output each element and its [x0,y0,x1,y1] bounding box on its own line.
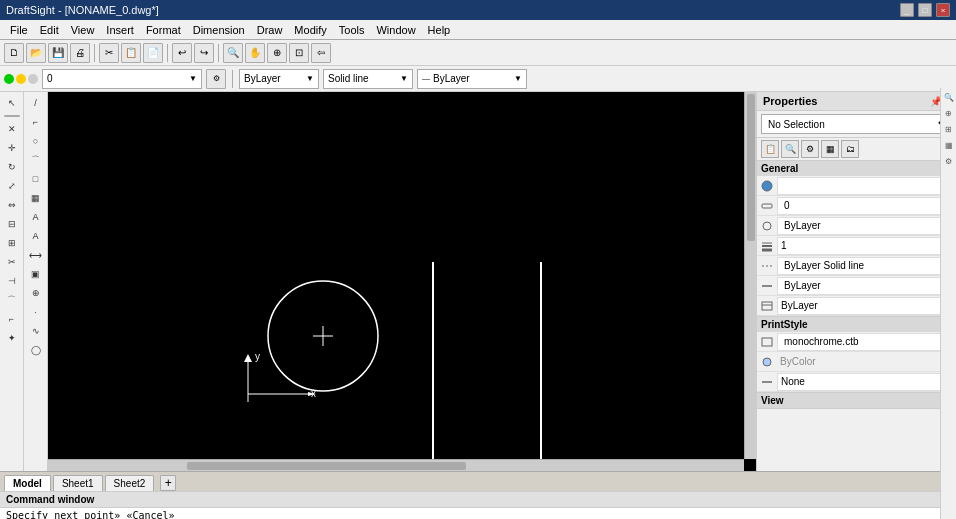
canvas-scrollbar-v[interactable] [744,92,756,459]
select-button[interactable]: ↖ [3,94,21,112]
paste-button[interactable]: 📄 [143,43,163,63]
command-content[interactable]: Specify next point» «Cancel» .: _MAINSEL… [0,508,956,519]
redo-button[interactable]: ↪ [194,43,214,63]
copy-button[interactable]: 📋 [121,43,141,63]
drawing-canvas[interactable]: x y [48,92,756,471]
mtext-button[interactable]: A [27,227,45,245]
new-button[interactable]: 🗋 [4,43,24,63]
print-table-value[interactable]: monochrome.ctb [777,333,956,351]
lineweight-row-value[interactable] [777,237,956,255]
explode-button[interactable]: ✦ [3,329,21,347]
undo-button[interactable]: ↩ [172,43,192,63]
menu-dimension[interactable]: Dimension [187,20,251,39]
move-button[interactable]: ✛ [3,139,21,157]
menu-tools[interactable]: Tools [333,20,371,39]
scrollbar-v-thumb[interactable] [747,94,755,241]
save-button[interactable]: 💾 [48,43,68,63]
add-tab-button[interactable]: + [160,475,176,491]
printstyle-section-header[interactable]: PrintStyle ▲ [757,317,956,332]
selection-dropdown[interactable]: No Selection [761,114,952,134]
chamfer-button[interactable]: ⌐ [3,310,21,328]
rect-button[interactable]: □ [27,170,45,188]
linetype-num-value[interactable]: 0 [777,197,956,215]
rt-btn-4[interactable]: ▦ [942,138,956,152]
ellipse-button[interactable]: ◯ [27,341,45,359]
rt-btn-2[interactable]: ⊕ [942,106,956,120]
none-row-value[interactable] [777,373,956,391]
prop-icon-3[interactable]: ⚙ [801,140,819,158]
menu-format[interactable]: Format [140,20,187,39]
arc-button[interactable]: ⌒ [27,151,45,169]
none-input[interactable] [777,373,956,391]
extend-button[interactable]: ⊣ [3,272,21,290]
tab-model[interactable]: Model [4,475,51,491]
rt-btn-3[interactable]: ⊞ [942,122,956,136]
point-button[interactable]: · [27,303,45,321]
zoom-button[interactable]: 🔍 [223,43,243,63]
menu-draw[interactable]: Draw [251,20,289,39]
linetype-dropdown[interactable]: Solid line ▼ [323,69,413,89]
array-button[interactable]: ⊞ [3,234,21,252]
menu-edit[interactable]: Edit [34,20,65,39]
open-button[interactable]: 📂 [26,43,46,63]
dim-button[interactable]: ⟷ [27,246,45,264]
block-button[interactable]: ▣ [27,265,45,283]
linetype-select-value[interactable]: ByLayer Solid line [777,257,956,275]
prop-icon-1[interactable]: 📋 [761,140,779,158]
linetype-select[interactable]: ByLayer Solid line [777,257,956,275]
canvas-scrollbar-h[interactable] [48,459,744,471]
insert-button[interactable]: ⊕ [27,284,45,302]
menu-help[interactable]: Help [422,20,457,39]
hatch-button[interactable]: ▦ [27,189,45,207]
polyline-button[interactable]: ⌐ [27,113,45,131]
zoom-window-button[interactable]: ⊡ [289,43,309,63]
line-button[interactable]: / [27,94,45,112]
layer-dropdown[interactable]: 0 ▼ [42,69,202,89]
pan-button[interactable]: ✋ [245,43,265,63]
minimize-button[interactable]: _ [900,3,914,17]
prop-icon-2[interactable]: 🔍 [781,140,799,158]
window-controls[interactable]: _ □ × [900,3,950,17]
print-button[interactable]: 🖨 [70,43,90,63]
print-table-select[interactable]: monochrome.ctb [777,333,956,351]
menu-modify[interactable]: Modify [288,20,332,39]
layer-select[interactable]: ByLayer [777,217,956,235]
zoom-extents-button[interactable]: ⊕ [267,43,287,63]
tab-sheet2[interactable]: Sheet2 [105,475,155,491]
rt-btn-5[interactable]: ⚙ [942,154,956,168]
menu-insert[interactable]: Insert [100,20,140,39]
tab-sheet1[interactable]: Sheet1 [53,475,103,491]
view-section-header[interactable]: View ▲ [757,393,956,408]
prop-icon-4[interactable]: ▦ [821,140,839,158]
spline-button[interactable]: ∿ [27,322,45,340]
rotate-button[interactable]: ↻ [3,158,21,176]
erase-button[interactable]: ✕ [3,120,21,138]
general-section-header[interactable]: General ▲ [757,161,956,176]
offset-button[interactable]: ⊟ [3,215,21,233]
color-input[interactable] [777,177,956,195]
color-dropdown[interactable]: ByLayer ▼ [239,69,319,89]
text-button[interactable]: A [27,208,45,226]
plotstyle-value[interactable] [777,297,956,315]
zoom-prev-button[interactable]: ⇦ [311,43,331,63]
linetype-num-select[interactable]: 0 [777,197,956,215]
layer-row-value[interactable]: ByLayer [777,217,956,235]
ltscale-value[interactable]: ByLayer [777,277,956,295]
close-button[interactable]: × [936,3,950,17]
trim-button[interactable]: ✂ [3,253,21,271]
rt-btn-1[interactable]: 🔍 [942,92,956,104]
menu-view[interactable]: View [65,20,101,39]
fillet-button[interactable]: ⌒ [3,291,21,309]
circle-button[interactable]: ○ [27,132,45,150]
plotstyle-input[interactable] [777,297,956,315]
scrollbar-h-thumb[interactable] [187,462,465,470]
mirror-button[interactable]: ⇔ [3,196,21,214]
lineweight-dropdown[interactable]: — ByLayer ▼ [417,69,527,89]
cut-button[interactable]: ✂ [99,43,119,63]
color-row-value[interactable] [777,177,956,195]
prop-icon-5[interactable]: 🗂 [841,140,859,158]
ltscale-select[interactable]: ByLayer [777,277,956,295]
menu-file[interactable]: File [4,20,34,39]
menu-window[interactable]: Window [370,20,421,39]
lineweight-input[interactable] [777,237,956,255]
